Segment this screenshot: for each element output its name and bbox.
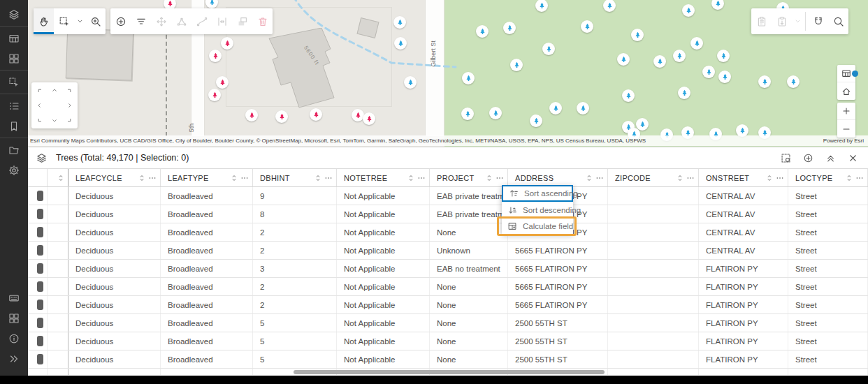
tree-marker[interactable] — [622, 89, 635, 102]
tree-marker[interactable] — [581, 20, 593, 33]
sidebar-item-expand[interactable] — [0, 348, 28, 369]
tree-marker[interactable] — [718, 71, 731, 83]
tree-marker[interactable] — [690, 37, 703, 50]
sidebar-item-gallery[interactable] — [0, 48, 28, 68]
default-map-view-button[interactable] — [837, 82, 855, 100]
table-row[interactable]: DeciduousBroadleaved2Not ApplicableNone5… — [28, 278, 868, 296]
tree-marker[interactable] — [275, 110, 288, 123]
tree-marker[interactable] — [702, 66, 715, 78]
add-record-button[interactable] — [803, 153, 813, 163]
rectangle-select-tool-button[interactable] — [54, 8, 74, 34]
row-checkbox[interactable] — [37, 263, 43, 274]
tree-marker[interactable] — [717, 50, 730, 62]
row-checkbox[interactable] — [37, 209, 43, 219]
column-header-ONSTREET[interactable]: ONSTREET — [699, 169, 788, 186]
pan-south-west-button[interactable] — [31, 113, 47, 128]
add-feature-button[interactable] — [110, 8, 131, 34]
table-options-button[interactable] — [781, 153, 791, 163]
table-row[interactable]: DeciduousBroadleaved2Not ApplicableNone5… — [28, 296, 868, 314]
sidebar-item-browse[interactable] — [0, 140, 28, 160]
column-header-c0[interactable] — [48, 169, 68, 186]
tree-marker[interactable] — [205, 0, 218, 8]
pan-north-button[interactable] — [47, 82, 62, 98]
column-header-DBHINT[interactable]: DBHINT — [253, 169, 337, 186]
pan-south-button[interactable] — [47, 113, 62, 128]
field-menu-button[interactable] — [496, 174, 504, 182]
field-menu-button[interactable] — [595, 174, 604, 182]
tree-marker[interactable] — [617, 53, 630, 66]
row-checkbox[interactable] — [37, 191, 43, 201]
paste-button[interactable] — [772, 8, 792, 34]
snapping-button[interactable] — [808, 8, 828, 34]
sidebar-item-apps[interactable] — [0, 308, 28, 328]
pan-south-east-button[interactable] — [62, 113, 78, 128]
paste-options-button[interactable] — [792, 8, 803, 34]
sort-column-button[interactable] — [407, 174, 415, 182]
table-row[interactable]: DeciduousBroadleaved5Not ApplicableNone2… — [28, 332, 868, 350]
sort-column-button[interactable] — [765, 174, 774, 182]
sort-column-button[interactable] — [585, 174, 593, 182]
edit-vertices-button[interactable] — [171, 8, 191, 34]
search-button[interactable] — [828, 8, 848, 34]
sort-column-button[interactable] — [57, 174, 65, 182]
sidebar-item-settings[interactable] — [0, 160, 28, 180]
tree-marker[interactable] — [489, 107, 502, 119]
tree-marker[interactable] — [394, 37, 407, 50]
tree-marker[interactable] — [530, 115, 542, 127]
pan-west-button[interactable] — [31, 98, 47, 113]
table-row[interactable]: DeciduousBroadleaved2Not ApplicableNone5… — [28, 223, 868, 242]
table-row[interactable]: DeciduousBroadleaved2Not ApplicableUnkno… — [28, 242, 868, 260]
sort-column-button[interactable] — [230, 174, 238, 182]
close-table-button[interactable] — [848, 153, 858, 163]
sidebar-item-tables[interactable] — [0, 28, 28, 48]
select-tool-options-button[interactable] — [74, 8, 85, 34]
table-row[interactable]: DeciduousBroadleaved5Not ApplicableNone2… — [28, 350, 868, 369]
tree-marker[interactable] — [577, 102, 589, 115]
row-checkbox[interactable] — [37, 281, 43, 292]
table-row[interactable]: DeciduousBroadleaved3Not ApplicableEAB n… — [28, 260, 868, 278]
table-row[interactable]: DeciduousBroadleaved8Not ApplicableEAB p… — [28, 205, 868, 223]
maximize-table-button[interactable] — [825, 153, 836, 163]
field-menu-button[interactable] — [240, 174, 249, 182]
tree-marker[interactable] — [787, 75, 800, 88]
field-menu-button[interactable] — [417, 174, 426, 182]
sort-column-button[interactable] — [138, 174, 146, 182]
copy-button[interactable] — [751, 8, 772, 34]
tree-marker[interactable] — [503, 22, 516, 34]
sidebar-item-layers[interactable] — [0, 4, 28, 24]
sidebar-item-select[interactable] — [0, 72, 28, 92]
tree-marker[interactable] — [631, 29, 644, 41]
tree-marker[interactable] — [393, 16, 406, 29]
tree-marker[interactable] — [216, 76, 229, 89]
sidebar-item-bookmarks[interactable] — [0, 116, 28, 136]
field-menu-button[interactable] — [324, 174, 333, 182]
row-checkbox[interactable] — [37, 245, 43, 256]
duplicate-feature-button[interactable] — [232, 8, 252, 34]
tree-marker[interactable] — [758, 75, 771, 88]
column-header-sel[interactable] — [28, 169, 48, 186]
pan-north-east-button[interactable] — [62, 82, 78, 98]
row-checkbox[interactable] — [37, 336, 43, 346]
zoom-to-selection-button[interactable] — [85, 8, 106, 34]
reshape-feature-button[interactable] — [191, 8, 212, 34]
tree-marker[interactable] — [310, 108, 322, 121]
tree-marker[interactable] — [462, 72, 475, 84]
pan-east-button[interactable] — [62, 98, 78, 113]
column-header-LEAFCYCLE[interactable]: LEAFCYCLE — [68, 169, 161, 186]
column-header-LOCTYPE[interactable]: LOCTYPE — [788, 169, 868, 186]
field-menu-button[interactable] — [855, 174, 864, 182]
row-checkbox[interactable] — [37, 354, 43, 364]
map-canvas[interactable]: 5600 ft 5th Gilbert St Esri Community Ma… — [28, 0, 868, 147]
sort-column-button[interactable] — [485, 174, 493, 182]
tree-marker[interactable] — [653, 55, 666, 68]
row-checkbox[interactable] — [37, 300, 43, 310]
tree-marker[interactable] — [682, 4, 695, 17]
column-header-NOTETREE[interactable]: NOTETREE — [337, 169, 430, 186]
tree-marker[interactable] — [245, 109, 258, 121]
pan-tool-button[interactable] — [34, 8, 54, 34]
tree-marker[interactable] — [209, 50, 222, 62]
tree-marker[interactable] — [404, 76, 417, 89]
field-menu-button[interactable] — [148, 174, 157, 182]
sort-column-button[interactable] — [676, 174, 684, 182]
sidebar-item-legend[interactable] — [0, 96, 28, 116]
